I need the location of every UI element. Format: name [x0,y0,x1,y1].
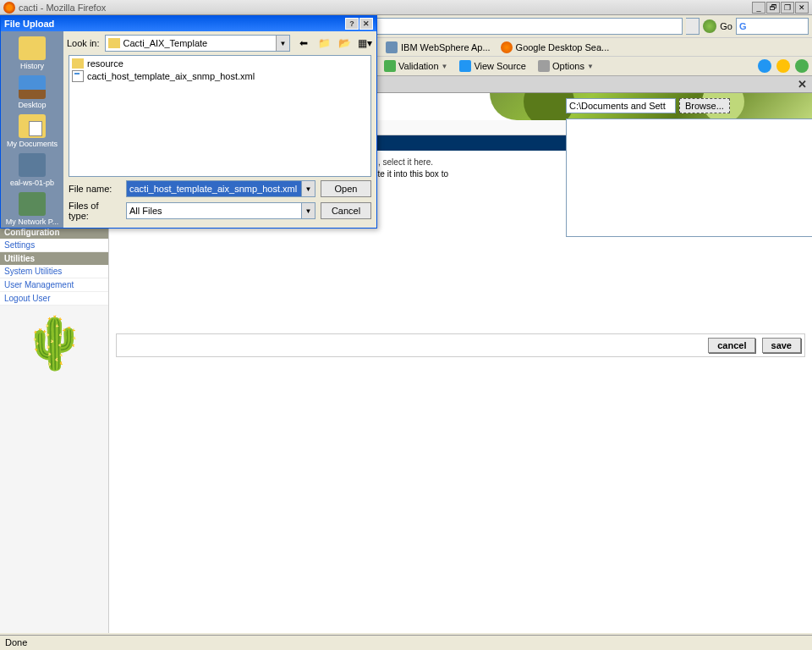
dropdown-icon: ▼ [587,63,594,70]
lookin-folder-name: Cacti_AIX_Template [123,38,208,48]
back-button[interactable]: ⬅ [295,35,312,52]
maximize-button[interactable]: ❐ [781,2,794,14]
lookin-label: Look in: [67,38,100,48]
tab-close-button[interactable]: ✕ [798,78,807,91]
place-desktop-label: Desktop [1,101,63,109]
filename-input[interactable] [126,180,302,197]
network-icon [19,192,46,216]
lookin-select[interactable]: Cacti_AIX_Template ▼ [105,35,290,52]
nav-system-utilities[interactable]: System Utilities [0,265,108,278]
nav-user-management[interactable]: User Management [0,278,108,292]
view-source-icon [459,60,471,72]
place-history[interactable]: History [1,35,63,72]
dialog-title: File Upload [4,19,54,29]
toolbar-extension-3-icon[interactable] [795,59,809,73]
place-history-label: History [1,62,63,70]
dialog-close-button[interactable]: ✕ [359,18,373,30]
place-network-label: My Network P... [1,218,63,226]
open-button[interactable]: Open [321,180,371,197]
cactus-icon: 🌵 [13,318,96,369]
dropdown-icon: ▼ [442,63,448,70]
folder-icon [72,58,84,69]
nav-logout-user[interactable]: Logout User [0,292,108,306]
file-item-folder-resource[interactable]: resource [71,58,369,69]
save-button[interactable]: save [762,338,801,353]
close-button[interactable]: ✕ [795,2,809,14]
options-menu[interactable]: Options ▼ [535,58,597,74]
window-titlebar: cacti - Mozilla Firefox _ 🗗 ❐ ✕ [0,0,812,15]
restore-button[interactable]: 🗗 [766,2,780,14]
options-label: Options [552,61,584,71]
status-bar: Done [0,635,812,650]
action-bar: cancel save [116,333,805,357]
places-bar: History Desktop My Documents eal-ws-01-p… [1,31,63,228]
window-title: cacti - Mozilla Firefox [19,3,752,13]
place-documents-label: My Documents [1,140,63,148]
bookmark-google-desktop-label: Google Desktop Sea... [516,42,610,52]
import-textarea[interactable] [566,118,812,237]
go-label: Go [720,21,732,31]
file-item-xml[interactable]: cacti_host_template_aix_snmp_host.xml [71,69,369,83]
options-icon [538,60,550,72]
filename-label: File name: [69,184,121,194]
bookmark-google-desktop[interactable]: Google Desktop Sea... [501,41,610,53]
dialog-help-button[interactable]: ? [345,18,359,30]
validation-label: Validation [398,61,439,71]
file-list[interactable]: resource cacti_host_template_aix_snmp_ho… [69,55,371,177]
validation-icon [384,60,396,72]
nav-settings[interactable]: Settings [0,239,108,252]
go-icon[interactable] [703,19,716,33]
view-source-label: View Source [474,61,526,71]
toolbar-extension-2-icon[interactable] [776,59,790,73]
nav-head-utilities: Utilities [0,252,108,265]
place-computer[interactable]: eal-ws-01-pb [1,151,63,189]
place-documents[interactable]: My Documents [1,113,63,150]
new-folder-button[interactable]: 📂 [336,35,353,52]
file-path-input[interactable] [566,98,676,113]
url-dropdown-button[interactable] [686,18,700,35]
file-upload-dialog: File Upload ? ✕ History Desktop My Docum… [0,15,377,229]
view-source-button[interactable]: View Source [456,58,529,74]
browse-button[interactable]: Browse... [679,98,730,113]
url-input[interactable] [359,18,683,35]
validation-menu[interactable]: Validation ▼ [381,58,451,74]
dialog-cancel-button[interactable]: Cancel [321,202,371,219]
lookin-dropdown-icon[interactable]: ▼ [276,36,289,51]
cancel-button[interactable]: cancel [708,338,755,353]
firefox-icon [3,2,15,14]
documents-icon [19,114,46,138]
up-folder-button[interactable]: 📁 [315,35,332,52]
xml-file-icon [72,70,84,82]
search-box[interactable]: G [736,18,809,35]
filetype-dropdown-button[interactable]: ▼ [302,202,315,219]
dialog-titlebar[interactable]: File Upload ? ✕ [1,16,376,31]
bookmark-websphere-label: IBM WebSphere Ap... [401,42,491,52]
minimize-button[interactable]: _ [752,2,765,14]
place-desktop[interactable]: Desktop [1,74,63,111]
place-network[interactable]: My Network P... [1,190,63,228]
status-text: Done [5,637,27,647]
filetype-select[interactable] [126,202,302,219]
bookmark-websphere[interactable]: IBM WebSphere Ap... [386,41,491,53]
websphere-icon [386,41,398,53]
view-menu-button[interactable]: ▦▾ [356,35,373,52]
history-icon [19,36,46,60]
folder-icon [108,38,120,48]
toolbar-extension-1-icon[interactable] [758,59,771,73]
place-computer-label: eal-ws-01-pb [1,179,63,187]
desktop-icon [19,75,46,99]
google-desktop-icon [501,41,513,53]
cactus-logo: 🌵 [0,306,108,382]
filename-dropdown-button[interactable]: ▼ [302,180,315,197]
file-item-xml-label: cacti_host_template_aix_snmp_host.xml [87,71,255,81]
file-item-resource-label: resource [87,58,123,69]
filetype-label: Files of type: [69,201,121,221]
computer-icon [19,153,46,177]
